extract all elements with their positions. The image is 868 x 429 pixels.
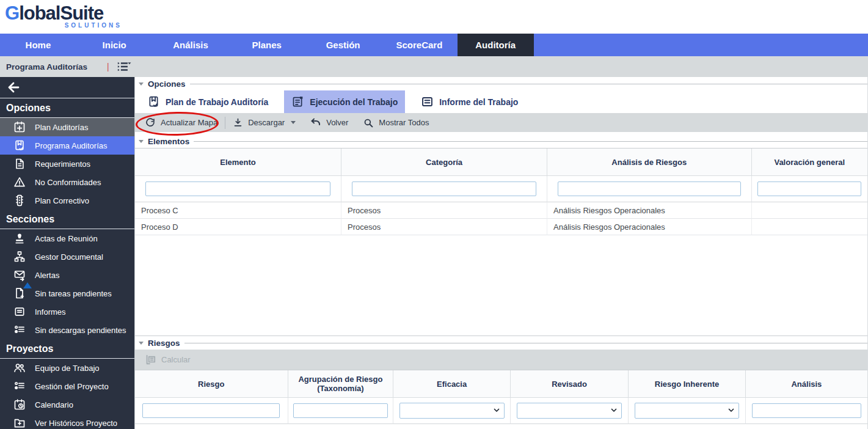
cell-categoria: Procesos — [341, 219, 547, 235]
tab-plan-de-trabajo-auditoria[interactable]: Plan de Trabajo Auditoría — [140, 90, 275, 113]
undo-icon — [310, 117, 321, 128]
sidebar-item-label: Sin descargas pendientes — [35, 326, 126, 335]
sidebar-item-gestor-documental[interactable]: Gestor Documental — [0, 248, 134, 266]
legend-line — [184, 343, 867, 343]
column-header[interactable]: Elemento — [135, 148, 341, 176]
nav-item-inicio[interactable]: Inicio — [76, 34, 153, 56]
file-plus-icon — [13, 287, 26, 299]
sidebar-item-calendario[interactable]: Calendario — [0, 395, 134, 414]
riesgos-toolbar: Calcular — [135, 350, 867, 370]
filter-valoracion-general-input[interactable] — [757, 182, 861, 196]
nav-item-gestion[interactable]: Gestión — [305, 34, 381, 56]
actualizar-mapa-button[interactable]: Actualizar Mapa — [137, 113, 225, 132]
group-title: Opciones — [148, 79, 186, 89]
sidebar-item-label: Plan Auditorías — [35, 123, 88, 132]
sidebar-item-requerimientos[interactable]: Requerimientos — [0, 155, 134, 173]
work-report-tab-icon — [421, 95, 434, 108]
tab-informe-del-trabajo[interactable]: Informe del Trabajo — [414, 90, 525, 113]
cell-analisis-riesgos: Análisis Riesgos Operacionales — [547, 219, 752, 235]
tab-ejecucion-del-trabajo[interactable]: Ejecución del Trabajo — [284, 90, 405, 113]
collapse-triangle-icon[interactable] — [139, 140, 144, 143]
sidebar-item-sin-descargas-pendientes[interactable]: Sin descargas pendientes — [0, 321, 134, 339]
filter-riesgo-inherente-select[interactable] — [635, 403, 740, 419]
sidebar-item-label: No Conformidades — [35, 178, 101, 187]
checklist-icon — [13, 380, 26, 392]
column-header[interactable]: Categoría — [341, 148, 547, 176]
nav-item-home[interactable]: Home — [0, 34, 76, 56]
cell-valoracion-general — [752, 202, 867, 219]
sidebar-item-ver-historicos-proyecto[interactable]: Ver Históricos Proyecto — [0, 414, 134, 429]
sidebar-item-label: Gestión del Proyecto — [35, 382, 109, 391]
nav-item-auditoria[interactable]: Auditoría — [458, 34, 534, 56]
nav-item-scorecard[interactable]: ScoreCard — [381, 34, 458, 56]
nav-item-planes[interactable]: Planes — [228, 34, 305, 56]
sidebar-item-programa-auditorias[interactable]: Programa Auditorías — [0, 136, 134, 155]
column-header[interactable]: Eficacia — [393, 370, 511, 398]
filter-elemento-input[interactable] — [145, 182, 330, 196]
legend-line — [190, 84, 867, 84]
elementos-filter-row — [135, 176, 867, 202]
filter-eficacia-select[interactable] — [399, 403, 505, 419]
sidebar-item-plan-correctivo[interactable]: Plan Correctivo — [0, 191, 134, 210]
sidebar-item-equipo-de-trabajo[interactable]: Equipo de Trabajo — [0, 359, 134, 377]
work-execution-tab-icon — [291, 95, 304, 108]
filter-analisis-input[interactable] — [752, 403, 861, 418]
column-header[interactable]: Análisis de Riesgos — [547, 148, 752, 176]
sidebar-item-alertas[interactable]: Alertas — [0, 266, 134, 284]
table-row[interactable]: Proceso C Procesos Análisis Riesgos Oper… — [135, 202, 867, 219]
elementos-header-row: Elemento Categoría Análisis de Riesgos V… — [135, 148, 867, 176]
filter-revisado-select[interactable] — [517, 403, 622, 419]
filter-riesgo-input[interactable] — [142, 403, 280, 418]
sidebar-back-button[interactable] — [0, 77, 134, 98]
column-header[interactable]: Valoración general — [752, 148, 867, 176]
riesgos-table: Riesgo Agrupación de Riesgo (Taxonomía) … — [135, 370, 867, 424]
column-header[interactable]: Riesgo Inherente — [629, 370, 746, 398]
nav-item-analisis[interactable]: Análisis — [153, 34, 229, 56]
column-header[interactable]: Riesgo — [135, 370, 288, 398]
sidebar-item-gestion-del-proyecto[interactable]: Gestión del Proyecto — [0, 377, 134, 395]
filter-agrupacion-input[interactable] — [293, 403, 387, 418]
team-icon — [13, 362, 26, 374]
column-header[interactable]: Agrupación de Riesgo (Taxonomía) — [288, 370, 394, 398]
sidebar-item-label: Alertas — [35, 271, 59, 280]
sidebar-item-actas-de-reunion[interactable]: Actas de Reunión — [0, 229, 134, 248]
group-opciones-legend: Opciones — [135, 77, 867, 90]
list-dropdown-icon[interactable] — [115, 60, 132, 73]
document-icon — [13, 158, 26, 170]
group-riesgos: Riesgos Calcular Riesgo Agrupación de Ri… — [135, 336, 867, 429]
chevron-down-icon[interactable] — [291, 121, 296, 124]
group-title: Elementos — [148, 137, 189, 146]
volver-button[interactable]: Volver — [303, 113, 356, 132]
brand-rest: lobalSuite — [19, 2, 103, 24]
toolbar-button-label: Mostrar Todos — [379, 118, 429, 127]
mostrar-todos-button[interactable]: Mostrar Todos — [356, 113, 436, 132]
mail-forward-icon — [13, 269, 26, 281]
sidebar-item-sin-tareas-pendientes[interactable]: Sin tareas pendientes — [0, 284, 134, 302]
legend-line — [194, 141, 867, 142]
table-row[interactable]: Proceso D Procesos Análisis Riesgos Oper… — [135, 219, 867, 235]
audit-program-icon — [13, 139, 26, 152]
descargar-button[interactable]: Descargar — [225, 113, 303, 132]
calcular-button[interactable]: Calcular — [137, 350, 198, 370]
warning-triangle-icon — [13, 176, 26, 188]
collapse-triangle-icon[interactable] — [139, 342, 144, 345]
filter-analisis-riesgos-input[interactable] — [558, 182, 741, 196]
brand-name: GlobalSuite — [5, 4, 127, 23]
folder-plus-icon — [13, 417, 26, 429]
back-arrow-icon — [6, 80, 21, 95]
column-header[interactable]: Revisado — [511, 370, 629, 398]
group-elementos-legend: Elementos — [135, 134, 867, 148]
tab-label: Ejecución del Trabajo — [310, 97, 398, 107]
collapse-triangle-icon[interactable] — [139, 82, 144, 86]
filter-categoria-input[interactable] — [352, 182, 536, 196]
toolbar-button-label: Descargar — [248, 118, 285, 127]
sidebar-item-informes[interactable]: Informes — [0, 302, 134, 321]
traffic-light-icon — [13, 194, 26, 207]
cell-valoracion-general — [752, 219, 867, 235]
sidebar-item-plan-auditorias[interactable]: Plan Auditorías — [0, 118, 134, 136]
refresh-icon — [145, 117, 156, 128]
globalsuite-logo: GlobalSuite SOLUTIONS — [5, 4, 127, 29]
column-header[interactable]: Análisis — [746, 370, 867, 398]
sidebar-item-no-conformidades[interactable]: No Conformidades — [0, 173, 134, 191]
calendar-clock-icon — [13, 398, 26, 411]
